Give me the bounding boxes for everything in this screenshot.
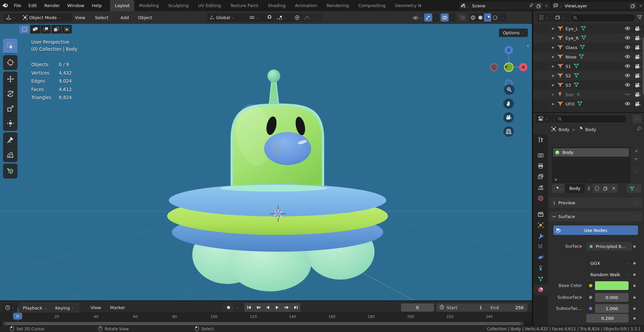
- input-socket-button[interactable]: [586, 293, 595, 302]
- properties-tab-tool[interactable]: [533, 134, 548, 145]
- properties-tab-object[interactable]: [533, 220, 548, 231]
- object-name[interactable]: UFO: [565, 101, 575, 107]
- gizmos-dropdown[interactable]: ⌄: [433, 13, 439, 22]
- nodetree-dropdown[interactable]: ⌄: [627, 184, 641, 193]
- workspace-tab-sculpting[interactable]: Sculpting: [163, 0, 193, 11]
- drag-handle-dots[interactable]: ::::: [634, 201, 639, 204]
- properties-tab-modifiers[interactable]: [533, 231, 548, 241]
- workspace-tab-modeling[interactable]: Modeling: [134, 0, 163, 11]
- filter-funnel-icon[interactable]: [637, 15, 642, 20]
- menu-help[interactable]: Help: [88, 3, 106, 8]
- animate-property-dot[interactable]: [633, 296, 636, 299]
- outliner-item[interactable]: ▶S3: [533, 80, 644, 90]
- input-socket-button[interactable]: [586, 304, 595, 313]
- input-socket-button[interactable]: [586, 281, 595, 290]
- disclosure-icon[interactable]: ▶: [552, 36, 557, 40]
- drag-handle-dots[interactable]: ::::: [588, 178, 594, 181]
- outliner-filter-id-dropdown[interactable]: ⌄: [553, 13, 572, 22]
- object-name[interactable]: S2: [565, 73, 571, 78]
- viewport-3d[interactable]: Options ⌄ User Perspective (0) Collectio…: [0, 24, 532, 300]
- breadcrumb-object[interactable]: Body: [558, 127, 569, 132]
- timeline-dropdown-playback[interactable]: Playback⌄: [19, 305, 51, 310]
- menu-file[interactable]: File: [10, 3, 25, 8]
- camera-visibility-icon[interactable]: [635, 73, 640, 79]
- panel-preview[interactable]: ❯ Preview ::::: [549, 198, 643, 208]
- workspace-tab-uv-editing[interactable]: UV Editing: [193, 0, 226, 11]
- menu-window[interactable]: Window: [63, 3, 88, 8]
- surface-shader-button[interactable]: Principled B...: [586, 242, 632, 251]
- workspace-tab-texture-paint[interactable]: Texture Paint: [226, 0, 263, 11]
- eye-open-icon[interactable]: [625, 101, 631, 107]
- current-frame-field[interactable]: 0: [401, 303, 434, 312]
- transport-play-reverse-button[interactable]: [263, 303, 273, 312]
- transport-jump-end-button[interactable]: [291, 303, 301, 312]
- properties-tab-view-layer[interactable]: [533, 171, 548, 182]
- select-mode-invert[interactable]: [51, 25, 61, 34]
- dropdown-ggx[interactable]: GGX⌄: [586, 259, 633, 267]
- unlink-scene-icon[interactable]: ✕: [544, 3, 549, 8]
- camera-visibility-icon[interactable]: [635, 36, 640, 42]
- disclosure-icon[interactable]: ▶: [552, 102, 557, 106]
- value-field[interactable]: 1.000: [586, 304, 629, 313]
- blender-logo-icon[interactable]: [0, 2, 10, 9]
- workspace-tab-layout[interactable]: Layout: [110, 0, 134, 11]
- outliner-item[interactable]: ▶Glass: [533, 43, 644, 52]
- camera-view-button[interactable]: [503, 112, 514, 123]
- xray-toggle[interactable]: [458, 13, 466, 22]
- animate-property-dot[interactable]: [633, 307, 636, 310]
- select-mode-new[interactable]: [19, 25, 30, 34]
- value-field[interactable]: 0.200: [586, 314, 629, 323]
- outliner-search-input[interactable]: [570, 14, 635, 22]
- scrollbar-zoom-handle-right[interactable]: [520, 322, 523, 325]
- shading-rendered-button[interactable]: [491, 13, 499, 22]
- disclosure-icon[interactable]: ▶: [552, 46, 557, 49]
- eye-closed-icon[interactable]: [625, 92, 631, 97]
- disclosure-icon[interactable]: ▶: [552, 65, 557, 68]
- tool-measure[interactable]: [3, 147, 17, 162]
- animate-property-dot[interactable]: [633, 245, 636, 248]
- tool-rotate[interactable]: [3, 86, 17, 101]
- show-object-types-dropdown[interactable]: ⌄: [412, 13, 422, 22]
- pivot-point-dropdown[interactable]: ⌄: [247, 13, 267, 22]
- options-button[interactable]: Options ⌄: [499, 29, 528, 37]
- tool-move[interactable]: [3, 72, 17, 86]
- timeline-ruler[interactable]: 20406080100120140160180200220240 0: [0, 313, 532, 322]
- camera-visibility-icon[interactable]: [635, 54, 640, 60]
- timeline-dropdown-keying[interactable]: Keying⌄: [51, 305, 79, 310]
- properties-tab-collection[interactable]: [533, 209, 548, 220]
- disclosure-icon[interactable]: ▶: [552, 27, 557, 30]
- shading-solid-button[interactable]: [477, 13, 484, 22]
- select-mode-extend[interactable]: [30, 25, 40, 34]
- end-value[interactable]: 250: [499, 305, 528, 310]
- select-mode-intersect[interactable]: [62, 25, 72, 34]
- unlink-material-button[interactable]: ✕: [610, 184, 618, 193]
- snap-target-dropdown[interactable]: ⌄: [275, 13, 295, 22]
- scrollbar-zoom-handle-left[interactable]: [3, 322, 6, 325]
- outliner-item[interactable]: ▶S1: [533, 61, 644, 71]
- eye-open-icon[interactable]: [625, 45, 631, 50]
- camera-visibility-icon[interactable]: [635, 64, 640, 70]
- pin-icon[interactable]: [637, 126, 641, 132]
- copy-material-button[interactable]: [601, 184, 609, 193]
- pan-view-button[interactable]: [503, 98, 514, 109]
- animate-property-dot[interactable]: [633, 317, 636, 320]
- disclosure-icon[interactable]: ▶: [552, 74, 557, 77]
- outliner-item[interactable]: ▶Nose: [533, 52, 644, 61]
- menu-edit[interactable]: Edit: [25, 3, 41, 8]
- editor-type-button[interactable]: ⌄: [3, 13, 23, 22]
- camera-visibility-icon[interactable]: [635, 45, 640, 51]
- panel-surface[interactable]: ❯ Surface ::::: [549, 211, 643, 221]
- overlays-toggle[interactable]: [441, 13, 449, 22]
- properties-tab-render[interactable]: [533, 150, 548, 161]
- breadcrumb-material[interactable]: Body: [585, 127, 596, 132]
- zoom-view-button[interactable]: [504, 84, 514, 95]
- animate-property-dot[interactable]: [633, 285, 636, 287]
- material-slot-item[interactable]: Body: [553, 148, 629, 157]
- properties-tab-world[interactable]: [533, 193, 548, 204]
- viewport-menu-add[interactable]: Add: [117, 13, 132, 22]
- workspace-tab-animation[interactable]: Animation: [290, 0, 322, 11]
- workspace-tab-compositing[interactable]: Compositing: [353, 0, 390, 11]
- transport-next-key-button[interactable]: [282, 303, 291, 312]
- timeline-scrollbar-thumb[interactable]: [3, 322, 524, 325]
- start-value[interactable]: 1: [457, 305, 486, 310]
